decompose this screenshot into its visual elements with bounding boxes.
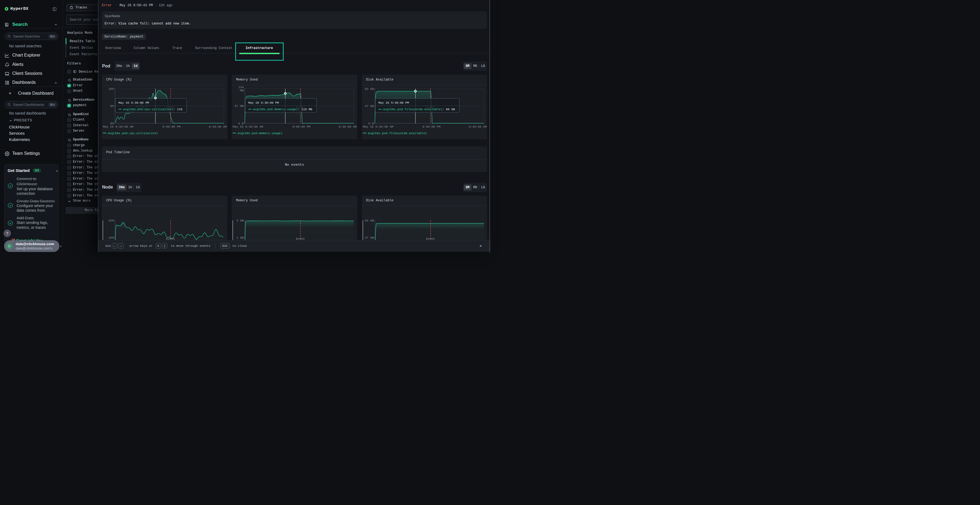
svg-text:Event: Event bbox=[426, 237, 435, 240]
svg-text:0 B: 0 B bbox=[238, 122, 243, 125]
svg-text:Event: Event bbox=[296, 237, 305, 240]
svg-text:67 MB: 67 MB bbox=[235, 105, 243, 108]
svg-text:3 GB: 3 GB bbox=[237, 219, 244, 222]
svg-text:93 GB: 93 GB bbox=[364, 219, 374, 222]
svg-text:avg(k8s.pod.filesystem.availab: avg(k8s.pod.filesystem.available) bbox=[368, 132, 427, 135]
svg-text:avg(k8s.pod.cpu.utilization): avg(k8s.pod.cpu.utilization) bbox=[123, 108, 173, 111]
svg-text:8%: 8% bbox=[110, 105, 114, 108]
svg-text:May 26 5:30:00 PM: May 26 5:30:00 PM bbox=[118, 101, 149, 105]
svg-text:avg(k8s.pod.memory.usage): avg(k8s.pod.memory.usage) bbox=[238, 132, 283, 135]
svg-text:47 GB: 47 GB bbox=[364, 105, 374, 108]
svg-text:May 26 8:30:00 AM: May 26 8:30:00 AM bbox=[103, 125, 134, 129]
svg-text:9:00:00 PM: 9:00:00 PM bbox=[162, 125, 180, 129]
svg-text:May 26 5:30:00 PM: May 26 5:30:00 PM bbox=[248, 101, 279, 105]
svg-text:134: 134 bbox=[238, 86, 243, 89]
svg-text:1 GB: 1 GB bbox=[237, 236, 244, 240]
svg-text:8:30:00 AM: 8:30:00 AM bbox=[339, 125, 356, 129]
svg-text:May 26 8:30:00 AM: May 26 8:30:00 AM bbox=[233, 125, 263, 129]
svg-text:May 26 5:30:00 PM: May 26 5:30:00 PM bbox=[379, 101, 409, 105]
svg-text:avg(k8s.pod.cpu.utilization): avg(k8s.pod.cpu.utilization) bbox=[108, 132, 158, 135]
svg-text:16%: 16% bbox=[108, 236, 114, 240]
svg-text:9:00:00 PM: 9:00:00 PM bbox=[422, 125, 440, 129]
svg-text:16%: 16% bbox=[108, 87, 114, 91]
svg-text:47 GB: 47 GB bbox=[364, 236, 374, 240]
svg-text:32%: 32% bbox=[108, 219, 114, 222]
svg-text:9:00:00 PM: 9:00:00 PM bbox=[293, 125, 310, 129]
svg-text:0%: 0% bbox=[110, 122, 114, 125]
svg-text:93 GB: 93 GB bbox=[364, 87, 374, 91]
svg-text:8:30:00 AM: 8:30:00 AM bbox=[468, 125, 487, 129]
svg-text:avg(k8s.pod.memory.usage): avg(k8s.pod.memory.usage) bbox=[253, 108, 298, 111]
svg-text:0 B: 0 B bbox=[368, 122, 374, 125]
svg-text:Event: Event bbox=[166, 237, 175, 240]
svg-text:MB: MB bbox=[240, 89, 244, 92]
svg-text:8:30:00 AM: 8:30:00 AM bbox=[209, 125, 227, 129]
svg-text:avg(k8s.pod.filesystem.availab: avg(k8s.pod.filesystem.available) bbox=[383, 108, 442, 111]
svg-text:May 26 8:30:00 AM: May 26 8:30:00 AM bbox=[363, 125, 393, 129]
